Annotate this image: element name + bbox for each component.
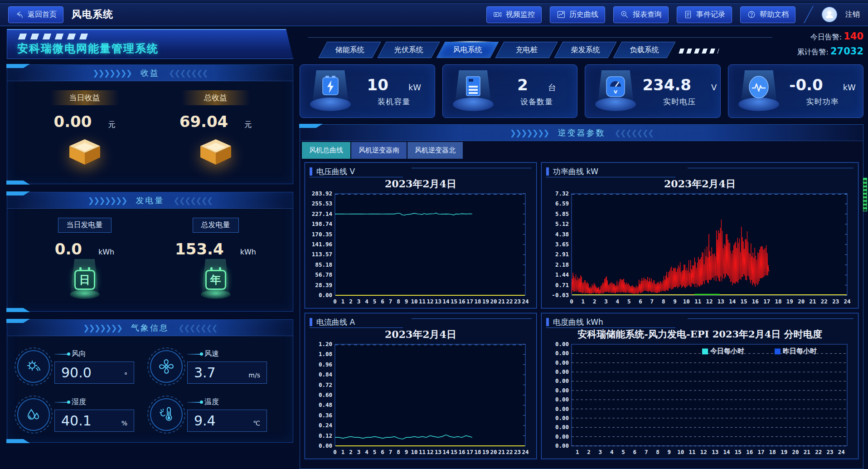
alarm-today-label: 今日告警: bbox=[810, 33, 842, 41]
brand-title: 安科瑞微电网能量管理系统 bbox=[17, 41, 286, 56]
svg-text:198.74: 198.74 bbox=[312, 220, 332, 227]
svg-text:283.92: 283.92 bbox=[312, 191, 332, 197]
tab-photovoltaic[interactable]: 光伏系统 bbox=[377, 42, 440, 58]
svg-text:1: 1 bbox=[341, 449, 345, 455]
device-count-label: 设备数量 bbox=[520, 97, 553, 107]
voltage-chart-date: 2023年2月4日 bbox=[310, 177, 532, 191]
tab-diesel-generator[interactable]: 柴发系统 bbox=[554, 42, 616, 58]
tab-load-system[interactable]: 负载系统 bbox=[613, 42, 675, 58]
total-generation-cell: 总发电量 153.4kWh 年 bbox=[150, 214, 281, 302]
tab-charging-pile[interactable]: 充电桩 bbox=[495, 42, 558, 58]
weather-panel-title: 气象信息 bbox=[131, 322, 169, 333]
tab-label: 储能系统 bbox=[335, 45, 364, 55]
tab-wind-power[interactable]: 风电系统 bbox=[436, 42, 499, 58]
svg-text:12: 12 bbox=[706, 298, 713, 305]
tab-fan-inverter-south[interactable]: 风机逆变器南 bbox=[351, 142, 407, 159]
tab-fan-total-curve[interactable]: 风机总曲线 bbox=[302, 142, 350, 159]
user-avatar[interactable] bbox=[822, 7, 837, 22]
logout-button[interactable]: 注销 bbox=[845, 10, 860, 20]
tab-label: 负载系统 bbox=[630, 45, 659, 55]
brand-panel: 安科瑞微电网能量管理系统 bbox=[7, 29, 293, 59]
device-count-card: 2台 设备数量 bbox=[442, 64, 578, 118]
pedestal bbox=[732, 68, 786, 114]
generation-panel-title: 发电量 bbox=[136, 195, 165, 206]
realtime-power-value: -0.0 bbox=[789, 76, 823, 94]
svg-text:20: 20 bbox=[490, 298, 497, 305]
svg-text:18: 18 bbox=[474, 449, 481, 455]
daily-revenue-cell: 当日收益 0.00元 bbox=[19, 87, 150, 174]
svg-text:0.00: 0.00 bbox=[319, 292, 332, 298]
realtime-power-unit: kW bbox=[843, 83, 856, 92]
revenue-panel: 收益 当日收益 0.00元 总收益 69.04元 bbox=[7, 64, 293, 184]
svg-text:8: 8 bbox=[397, 449, 400, 455]
wind-direction-unit: ° bbox=[124, 371, 127, 379]
svg-text:20: 20 bbox=[798, 298, 805, 305]
fan-icon bbox=[150, 350, 183, 383]
svg-text:0.36: 0.36 bbox=[319, 412, 332, 419]
wind-direction-item: 风向 90.0° bbox=[17, 342, 150, 391]
svg-text:13: 13 bbox=[435, 449, 441, 455]
svg-text:17: 17 bbox=[466, 298, 473, 305]
svg-text:4.38: 4.38 bbox=[555, 231, 569, 238]
svg-text:0: 0 bbox=[333, 449, 337, 455]
svg-text:2: 2 bbox=[587, 449, 591, 455]
svg-text:0.00: 0.00 bbox=[555, 424, 569, 430]
svg-text:13: 13 bbox=[435, 298, 441, 305]
alarm-summary: 今日告警:140 累计告警:27032 bbox=[783, 29, 863, 59]
brand-slashes-decoration bbox=[18, 34, 88, 39]
svg-text:9: 9 bbox=[673, 298, 677, 305]
svg-text:7: 7 bbox=[389, 298, 393, 305]
video-monitor-button[interactable]: 视频监控 bbox=[486, 6, 542, 23]
left-column: 收益 当日收益 0.00元 总收益 69.04元 bbox=[7, 64, 293, 469]
back-arrow-icon bbox=[15, 10, 24, 19]
svg-text:5: 5 bbox=[373, 449, 377, 455]
svg-text:10: 10 bbox=[683, 298, 690, 305]
svg-text:19: 19 bbox=[781, 449, 787, 455]
svg-text:1.08: 1.08 bbox=[319, 351, 332, 357]
device-count-unit: 台 bbox=[548, 82, 556, 93]
svg-text:今日每小时: 今日每小时 bbox=[710, 347, 744, 355]
svg-text:19: 19 bbox=[786, 298, 793, 305]
svg-text:16: 16 bbox=[458, 298, 465, 305]
history-curve-button[interactable]: 历史曲线 bbox=[550, 6, 605, 23]
power-chart-card: 功率曲线 kW 2023年2月4日 7.326.595.855.124.383.… bbox=[541, 162, 858, 308]
alarm-total-row: 累计告警:27032 bbox=[797, 44, 863, 59]
svg-text:0.24: 0.24 bbox=[319, 422, 332, 429]
svg-text:20: 20 bbox=[792, 449, 799, 455]
wind-direction-value: 90.0 bbox=[61, 365, 92, 381]
svg-text:22: 22 bbox=[821, 298, 828, 305]
svg-text:6: 6 bbox=[381, 449, 384, 455]
humidity-item: 湿度 40.1% bbox=[17, 391, 150, 439]
help-docs-button[interactable]: 帮助文档 bbox=[740, 6, 795, 23]
event-record-button[interactable]: 事件记录 bbox=[677, 6, 732, 23]
tab-energy-storage[interactable]: 储能系统 bbox=[318, 42, 381, 58]
temperature-item: 温度 9.4℃ bbox=[150, 391, 283, 439]
connector-line bbox=[187, 354, 201, 355]
svg-text:1.20: 1.20 bbox=[319, 342, 332, 347]
pedestal: v bbox=[589, 68, 642, 114]
svg-text:21: 21 bbox=[809, 298, 816, 305]
report-query-button[interactable]: 报表查询 bbox=[613, 6, 669, 23]
title-bar-icon bbox=[546, 167, 549, 176]
tab-label: 柴发系统 bbox=[571, 45, 600, 55]
voltmeter-icon: v bbox=[605, 75, 626, 98]
svg-text:0.00: 0.00 bbox=[319, 442, 332, 449]
tab-fan-inverter-north[interactable]: 风机逆变器北 bbox=[407, 142, 463, 159]
report-search-icon bbox=[620, 10, 629, 19]
svg-text:0.71: 0.71 bbox=[555, 282, 569, 288]
wind-speed-value: 3.7 bbox=[194, 365, 216, 381]
svg-text:14: 14 bbox=[723, 449, 730, 455]
scrollbar-thumb[interactable] bbox=[863, 178, 867, 211]
svg-text:9: 9 bbox=[405, 449, 408, 455]
svg-text:6: 6 bbox=[639, 298, 642, 305]
voltage-chart: 283.92255.53227.14198.74170.35141.96113.… bbox=[310, 191, 532, 307]
voltage-chart-title: 电压曲线 V bbox=[316, 166, 355, 177]
weather-panel-header: 气象信息 bbox=[7, 320, 293, 336]
voltage-chart-card: 电压曲线 V 2023年2月4日 283.92255.53227.14198.7… bbox=[305, 162, 537, 308]
svg-text:10: 10 bbox=[677, 449, 684, 455]
svg-text:0.00: 0.00 bbox=[555, 433, 569, 440]
total-revenue-unit: 元 bbox=[244, 120, 252, 130]
humidity-unit: % bbox=[121, 420, 127, 427]
daily-generation-label: 当日发电量 bbox=[58, 218, 112, 233]
back-home-button[interactable]: 返回首页 bbox=[8, 6, 63, 23]
